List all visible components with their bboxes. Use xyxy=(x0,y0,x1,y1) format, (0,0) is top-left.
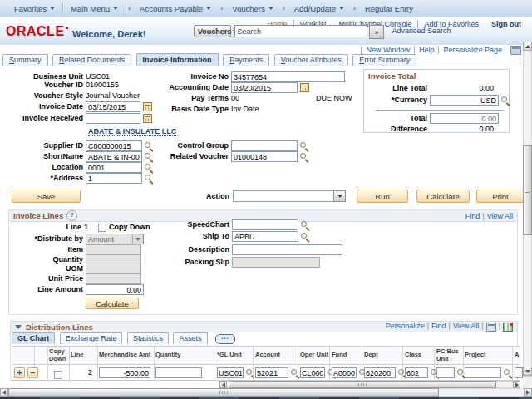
column-oper-unit: Oper Unit xyxy=(300,347,330,364)
related-voucher-input[interactable] xyxy=(231,151,298,162)
column-account: Account xyxy=(255,347,292,364)
search-scope-dropdown[interactable]: Vouchers xyxy=(194,25,231,37)
action-select[interactable] xyxy=(233,190,346,202)
address-input[interactable] xyxy=(86,173,142,184)
page-scrollbar-thumb[interactable] xyxy=(8,388,439,397)
delete-row-button[interactable]: − xyxy=(27,367,38,378)
lookup-icon[interactable] xyxy=(300,220,309,229)
grid-scrollbar-thumb[interactable] xyxy=(229,381,496,388)
class-input[interactable] xyxy=(405,367,428,378)
lookup-icon[interactable] xyxy=(290,368,299,377)
accounting-date-input[interactable] xyxy=(231,82,298,93)
tab-gl-chart[interactable]: GL Chart xyxy=(12,332,55,344)
calculate-button[interactable]: Calculate xyxy=(416,190,470,203)
scroll-left-button[interactable] xyxy=(219,381,227,388)
scroll-right-button[interactable] xyxy=(513,381,520,388)
supplier-name-link[interactable]: ABATE & INSULATE LLC xyxy=(88,127,176,136)
collapse-section-icon[interactable] xyxy=(15,325,22,329)
invoice-no-input[interactable] xyxy=(231,71,345,82)
zoom-grid-icon[interactable] xyxy=(486,323,496,332)
help-icon[interactable]: ? xyxy=(66,210,77,221)
advanced-search-link[interactable]: Advanced Search xyxy=(392,27,451,35)
tab-exchange-rate[interactable]: Exchange Rate xyxy=(60,332,123,344)
breadcrumb-favorites[interactable]: Favorites xyxy=(7,4,62,13)
calendar-icon[interactable] xyxy=(300,83,309,92)
row-copy-down-checkbox[interactable] xyxy=(54,371,62,379)
view-all-link[interactable]: View All xyxy=(453,322,479,330)
scroll-up-button[interactable] xyxy=(523,42,532,51)
run-button[interactable]: Run xyxy=(357,190,408,203)
lookup-icon[interactable] xyxy=(144,163,153,172)
lookup-icon[interactable] xyxy=(299,152,308,161)
invoice-received-input[interactable] xyxy=(86,113,140,124)
account-input[interactable] xyxy=(255,367,288,378)
merchandise-amt-input[interactable] xyxy=(99,367,150,378)
breadcrumb-accounts-payable[interactable]: Accounts Payable xyxy=(132,4,219,13)
location-input[interactable] xyxy=(86,162,142,173)
view-all-link[interactable]: View All xyxy=(487,212,513,220)
tab-statistics[interactable]: Statistics xyxy=(127,332,169,344)
lookup-icon[interactable] xyxy=(299,141,308,150)
print-button[interactable]: Print xyxy=(476,190,525,203)
tab-related-documents[interactable]: Related Documents xyxy=(52,54,131,66)
breadcrumb-add-update[interactable]: Add/Update xyxy=(287,4,352,13)
page-tabs: Summary Related Documents Invoice Inform… xyxy=(0,53,521,66)
tab-invoice-information[interactable]: Invoice Information xyxy=(136,53,219,66)
speedchart-label: SpeedChart xyxy=(146,219,229,230)
column-project: Project xyxy=(465,347,498,364)
basis-date-type-label: Basis Date Type xyxy=(145,104,229,115)
distribute-by-select[interactable]: Amount xyxy=(86,234,144,244)
line-calculate-button[interactable]: Calculate xyxy=(86,298,139,309)
tab-voucher-attributes[interactable]: Voucher Attributes xyxy=(274,54,348,66)
description-input[interactable] xyxy=(232,244,342,255)
ship-to-input[interactable] xyxy=(232,231,298,242)
lookup-icon[interactable] xyxy=(144,174,153,183)
line-amount-input[interactable] xyxy=(86,284,144,295)
oper-unit-input[interactable] xyxy=(300,367,325,378)
column-merchandise-amt: Merchandise Amt xyxy=(99,347,154,364)
copy-down-checkbox[interactable] xyxy=(98,224,106,232)
lookup-icon[interactable] xyxy=(503,368,512,377)
personalize-link[interactable]: Personalize xyxy=(386,322,425,330)
invoice-date-input[interactable] xyxy=(86,101,140,112)
quantity-grid-input[interactable] xyxy=(155,367,202,378)
scroll-left-button[interactable] xyxy=(0,388,8,397)
search-submit-button[interactable] xyxy=(369,25,384,39)
tab-summary[interactable]: Summary xyxy=(2,54,48,66)
shortname-input[interactable] xyxy=(86,151,142,162)
clipped-input[interactable] xyxy=(515,367,523,378)
tab-payments[interactable]: Payments xyxy=(223,54,269,66)
fund-input[interactable] xyxy=(332,367,357,378)
vertical-scrollbar-thumb[interactable] xyxy=(523,145,532,235)
tab-error-summary[interactable]: Error Summary xyxy=(352,54,416,66)
control-group-input[interactable] xyxy=(231,140,298,151)
download-to-excel-icon[interactable] xyxy=(503,323,513,332)
lookup-icon[interactable] xyxy=(245,368,254,377)
find-link[interactable]: Find xyxy=(466,212,480,220)
supplier-id-input[interactable] xyxy=(86,140,142,151)
difference-label: Difference xyxy=(364,124,427,135)
breadcrumb-vouchers[interactable]: Vouchers xyxy=(224,4,281,13)
calendar-icon[interactable] xyxy=(143,114,152,123)
find-link[interactable]: Find xyxy=(431,322,446,330)
add-row-button[interactable]: + xyxy=(14,367,25,378)
save-button[interactable]: Save xyxy=(12,190,81,203)
speedchart-input[interactable] xyxy=(232,219,298,230)
breadcrumb-main-menu[interactable]: Main Menu xyxy=(63,4,126,13)
total-input[interactable] xyxy=(430,113,499,124)
dept-input[interactable] xyxy=(364,367,396,378)
sign-out-link[interactable]: Sign out xyxy=(485,20,527,28)
tab-assets[interactable]: Assets xyxy=(173,332,207,344)
project-input[interactable] xyxy=(465,367,501,378)
scroll-right-button[interactable] xyxy=(524,388,532,397)
pc-bus-unit-input[interactable] xyxy=(436,367,455,378)
gl-unit-input[interactable] xyxy=(217,367,244,378)
scroll-down-button[interactable] xyxy=(523,367,532,376)
shortname-label: ShortName xyxy=(0,151,83,162)
chevron-down-icon[interactable] xyxy=(334,190,346,202)
lookup-icon[interactable] xyxy=(300,232,309,241)
show-all-columns-icon[interactable]: ••• xyxy=(215,334,235,344)
lookup-icon[interactable] xyxy=(500,96,510,105)
currency-input[interactable] xyxy=(430,95,499,106)
search-input[interactable] xyxy=(234,25,367,37)
